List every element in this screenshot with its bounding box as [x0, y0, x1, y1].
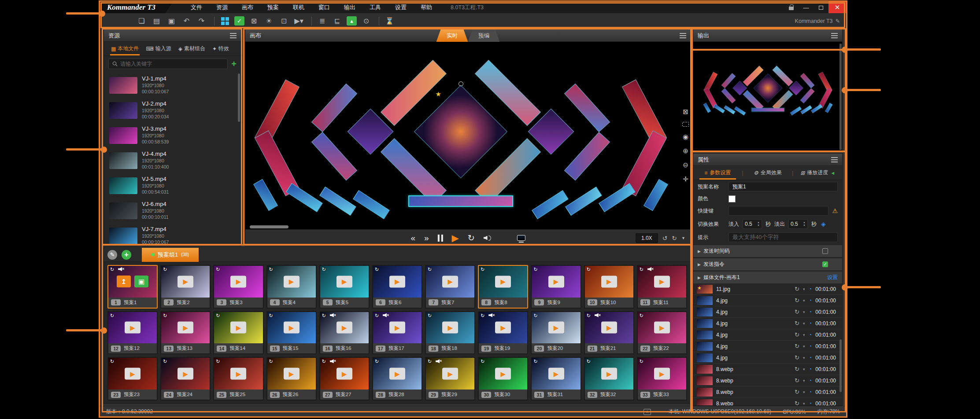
led-screen-center[interactable] — [414, 85, 507, 178]
preset-tile[interactable]: ↻ × ▶ ↥ ▣ 1 预案1 — [107, 265, 158, 309]
preset-tile[interactable]: ↻ × ▶ ↥ ▣ 32 预案32 — [584, 357, 634, 401]
preset-tile[interactable]: ↻ × ▶ ↥ ▣ 8 预案8 — [478, 265, 528, 309]
media-row[interactable]: ★ 4.jpg ↻ ▾ ◔ 00:01:00 — [693, 295, 842, 306]
duration-clock-icon[interactable]: ◔ — [808, 343, 812, 349]
led-screen[interactable] — [564, 84, 610, 132]
loop-mode-icon[interactable]: ↻ — [795, 366, 799, 372]
loop-dropdown-icon[interactable]: ▾ — [803, 333, 805, 337]
preset-tile[interactable]: ↻ × ▶ ↥ ▣ 24 预案24 — [160, 357, 211, 401]
speed-dropdown-icon[interactable]: ▼ — [681, 236, 685, 240]
replay-button[interactable]: ↻ — [468, 234, 475, 242]
led-screen[interactable] — [565, 187, 602, 216]
preset-play-button[interactable]: ▶ — [442, 368, 458, 380]
led-screen[interactable] — [721, 88, 736, 103]
media-row[interactable]: ★ 8.webp ↻ ▾ ◔ 00:01:00 — [693, 364, 842, 375]
preset-tile[interactable]: ↻ × ▶ ↥ ▣ 5 预案5 — [319, 265, 370, 309]
layers-icon[interactable]: ≣ — [317, 16, 328, 26]
stepper-arrows[interactable]: ▲▼ — [757, 221, 760, 227]
preset-play-button[interactable]: ▶ — [601, 368, 617, 380]
pause-button[interactable] — [438, 235, 443, 242]
preset-play-button[interactable]: ▶ — [178, 276, 193, 287]
media-row[interactable]: ★ 4.jpg ↻ ▾ ◔ 00:01:00 — [693, 329, 842, 341]
preset-tile[interactable]: ↻ × ▶ ↥ ▣ 6 预案6 — [372, 265, 422, 309]
resource-tab[interactable]: ◈素材组合 — [175, 42, 209, 55]
menu-item[interactable]: 资源 — [209, 4, 235, 11]
preset-play-button[interactable]: ▶ — [337, 276, 352, 287]
send-timecode-section[interactable]: ▶ 发送时间码 — [693, 245, 842, 257]
loop-dropdown-icon[interactable]: ▾ — [803, 321, 805, 326]
duration-clock-icon[interactable]: ◔ — [808, 389, 812, 395]
loop-mode-icon[interactable]: ↻ — [795, 354, 799, 361]
canvas-viewport[interactable]: ★ ⊠ ◉ ⊕ ⊖ ✛ — [245, 42, 691, 229]
media-row[interactable]: ★ 4.jpg ↻ ▾ ◔ 00:01:00 — [693, 318, 842, 329]
output-disable-icon[interactable]: ⊠ — [248, 16, 259, 26]
led-screen[interactable] — [714, 104, 725, 114]
timer-icon[interactable]: ⌛ — [384, 16, 395, 26]
loop-dropdown-icon[interactable]: ▾ — [803, 401, 805, 406]
preset-play-button[interactable]: ▶ — [389, 368, 405, 380]
preset-play-button[interactable]: ▶ — [178, 322, 193, 334]
preset-tile[interactable]: ↻ × ▶ ↥ ▣ 2 预案2 — [160, 265, 211, 309]
preset-play-button[interactable]: ▶ — [654, 276, 670, 287]
send-command-section[interactable]: ▶ 发送指令 ✓ — [693, 258, 842, 270]
preset-play-button[interactable]: ▶ — [548, 276, 564, 287]
led-screen[interactable] — [790, 107, 802, 116]
fade-out-stepper[interactable]: 0.5▲▼ — [788, 219, 808, 229]
led-screen[interactable] — [532, 190, 569, 219]
preset-tile[interactable]: ↻ × ▶ ↥ ▣ 13 预案13 — [160, 311, 211, 355]
brightness-icon[interactable]: ☀ — [263, 16, 274, 26]
preset-play-button[interactable]: ▶ — [389, 276, 405, 287]
preset-tile[interactable]: ↻ × ▶ ↥ ▣ 16 预案16 — [319, 311, 370, 355]
separator[interactable] — [212, 17, 214, 26]
loop-mode-icon[interactable]: ↻ — [795, 377, 799, 384]
duration-clock-icon[interactable]: ◔ — [808, 400, 812, 405]
duration-clock-icon[interactable]: ◔ — [808, 377, 812, 384]
undo-icon[interactable]: ↶ — [181, 16, 192, 26]
led-screen[interactable] — [703, 103, 711, 113]
preset-tile[interactable]: ↻ × ▶ ↥ ▣ 7 预案7 — [425, 265, 475, 309]
loop-mode-icon[interactable]: ↻ — [795, 320, 799, 327]
led-screen[interactable] — [801, 105, 812, 114]
menu-item[interactable]: 工具 — [362, 4, 388, 11]
menu-item[interactable]: 文件 — [184, 4, 209, 11]
save-project-icon[interactable]: ▣ — [166, 16, 177, 26]
restore-button[interactable] — [814, 2, 828, 13]
panel-menu-icon[interactable] — [230, 35, 237, 36]
screen-layout-icon[interactable] — [219, 16, 230, 26]
preset-tile[interactable]: ↻ × ▶ ↥ ▣ 27 预案27 — [319, 357, 370, 401]
media-library-icon[interactable]: ▴ — [347, 16, 357, 26]
loop-mode-icon[interactable]: ↻ — [795, 286, 799, 292]
resource-scrollbar[interactable] — [238, 74, 240, 122]
preset-tile[interactable]: ↻ × ▶ ↥ ▣ 21 预案21 — [584, 311, 634, 355]
preset-tile[interactable]: ↻ × ▶ ↥ ▣ 28 预案28 — [372, 357, 422, 401]
minimize-button[interactable]: — — [799, 2, 814, 13]
preset-tile[interactable]: ↻ × ▶ ↥ ▣ 26 预案26 — [266, 357, 317, 401]
prev-button[interactable]: « — [410, 234, 415, 242]
loop-dropdown-icon[interactable]: ▾ — [803, 379, 805, 383]
preset-play-button[interactable]: ▶ — [654, 322, 670, 334]
load-preset-button[interactable]: ↥ — [117, 276, 131, 287]
loop-dropdown-icon[interactable]: ▾ — [803, 298, 805, 303]
separator[interactable] — [377, 17, 379, 26]
duration-clock-icon[interactable]: ◔ — [808, 309, 812, 315]
effect-cube-icon[interactable]: ◈ — [821, 221, 826, 228]
preset-play-button[interactable]: ▶ — [548, 368, 564, 380]
media-row[interactable]: ★ 4.jpg ↻ ▾ ◔ 00:01:00 — [693, 341, 842, 352]
project-folder-icon[interactable]: ⊙ — [361, 16, 372, 26]
output-enable-icon[interactable]: ✓ — [234, 16, 244, 26]
settings-link[interactable]: 设置 — [827, 274, 838, 281]
file-item[interactable]: VJ-7.mp4 1920*1080 00:00:10:067 — [104, 223, 241, 246]
led-screen[interactable] — [599, 183, 636, 212]
selection-box-icon[interactable] — [682, 122, 689, 127]
panel-menu-icon[interactable] — [680, 35, 686, 36]
tab-preedit[interactable]: 预编 — [468, 29, 500, 42]
led-screen[interactable] — [724, 105, 735, 114]
file-item[interactable]: VJ-2.mp4 1920*1080 00:00:20:034 — [104, 98, 241, 123]
media-scrollbar[interactable] — [839, 339, 842, 392]
save-preset-button[interactable]: ▣ — [134, 276, 148, 287]
monitor-icon[interactable] — [517, 235, 525, 241]
media-files-section[interactable]: ▶ 媒体文件-画布1 设置 — [693, 272, 842, 283]
preset-tile[interactable]: ↻ × ▶ ↥ ▣ 3 预案3 — [213, 265, 263, 309]
duration-clock-icon[interactable]: ◔ — [808, 331, 812, 338]
playback-speed[interactable]: 1.0X — [636, 233, 658, 243]
